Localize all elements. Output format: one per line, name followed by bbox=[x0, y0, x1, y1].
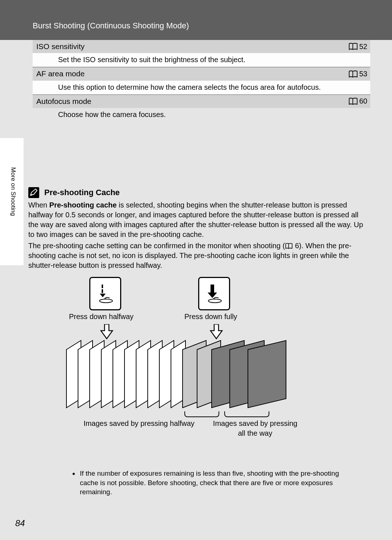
press-fully-label: Press down fully bbox=[184, 312, 237, 322]
svg-rect-1 bbox=[102, 285, 103, 288]
setting-description: Set the ISO sensitivity to suit the brig… bbox=[33, 53, 370, 67]
press-fully-box bbox=[198, 277, 230, 310]
page-ref: 52 bbox=[348, 42, 367, 52]
setting-header: AF area mode 53 bbox=[33, 67, 370, 80]
note-heading: Pre-shooting Cache bbox=[28, 187, 370, 198]
bracket-halfway-label: Images saved by pressing halfway bbox=[75, 419, 203, 428]
bracket-fully bbox=[224, 411, 269, 417]
setting-row: AF area mode 53 Use this option to deter… bbox=[33, 67, 370, 94]
settings-table: ISO sensitivity 52 Set the ISO sensitivi… bbox=[33, 40, 370, 122]
setting-title: ISO sensitivity bbox=[36, 41, 85, 52]
book-icon bbox=[285, 243, 293, 249]
setting-description: Use this option to determine how the cam… bbox=[33, 81, 370, 94]
note-panel: Pre-shooting Cache When Pre-shooting cac… bbox=[28, 187, 370, 497]
setting-title: Autofocus mode bbox=[36, 96, 91, 106]
page-ref-number: 53 bbox=[359, 69, 367, 79]
press-halfway-box bbox=[89, 277, 121, 310]
setting-header: Autofocus mode 60 bbox=[33, 95, 370, 108]
note-paragraph: When Pre-shooting cache is selected, sho… bbox=[28, 200, 370, 239]
note-bullet: If the number of exposures remaining is … bbox=[79, 469, 351, 497]
setting-title: AF area mode bbox=[36, 69, 85, 79]
page-ref: 53 bbox=[348, 69, 367, 79]
note-bullet-list: If the number of exposures remaining is … bbox=[60, 469, 351, 497]
section-title: Burst Shooting (Continuous Shooting Mode… bbox=[33, 20, 189, 31]
page-ref-number: 52 bbox=[359, 42, 367, 52]
press-fully-icon bbox=[203, 283, 225, 305]
press-halfway-label: Press down halfway bbox=[69, 312, 134, 322]
page-ref: 60 bbox=[348, 96, 367, 106]
note-paragraph: The pre-shooting cache setting can be co… bbox=[28, 241, 370, 270]
pencil-icon bbox=[28, 187, 39, 198]
book-icon bbox=[348, 98, 358, 105]
page-ref-number: 60 bbox=[359, 96, 367, 106]
section-header: Burst Shooting (Continuous Shooting Mode… bbox=[0, 0, 392, 40]
book-icon bbox=[348, 43, 358, 50]
page-number: 84 bbox=[15, 517, 25, 529]
note-title: Pre-shooting Cache bbox=[44, 187, 120, 198]
setting-header: ISO sensitivity 52 bbox=[33, 40, 370, 53]
diagram: Press down halfway Press down fully bbox=[28, 277, 370, 444]
svg-rect-0 bbox=[28, 187, 39, 198]
setting-row: ISO sensitivity 52 Set the ISO sensitivi… bbox=[33, 40, 370, 67]
chevron-down-icon bbox=[99, 324, 114, 340]
svg-point-5 bbox=[208, 299, 221, 303]
setting-description: Choose how the camera focuses. bbox=[33, 108, 370, 122]
svg-rect-4 bbox=[211, 285, 214, 293]
chevron-down-icon bbox=[209, 324, 224, 340]
svg-point-3 bbox=[99, 299, 113, 303]
setting-row: Autofocus mode 60 Choose how the camera … bbox=[33, 95, 370, 122]
press-halfway-icon bbox=[94, 283, 116, 305]
svg-rect-2 bbox=[102, 289, 103, 293]
book-icon bbox=[348, 70, 358, 78]
frames-stack bbox=[63, 339, 317, 419]
bracket-fully-label: Images saved by pressing all the way bbox=[208, 419, 302, 438]
bracket-halfway bbox=[184, 411, 219, 417]
